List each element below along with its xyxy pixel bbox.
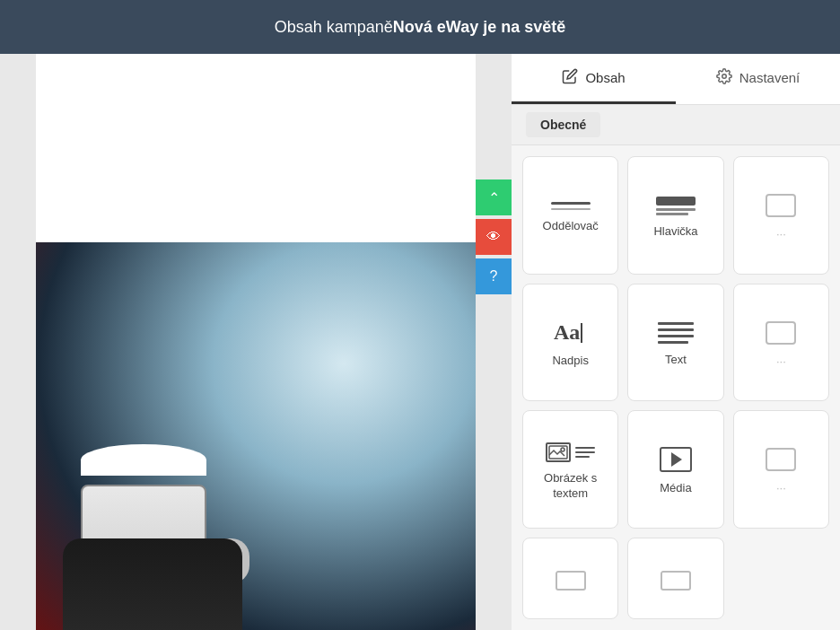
hlavicka-label: Hlavička [653,224,697,240]
chevron-up-icon: ⌃ [488,189,500,206]
scroll-up-button[interactable]: ⌃ [476,179,512,215]
photo-background: THEventureEGINS [36,242,476,630]
preview-toolbar: ⌃ 👁 ? [476,179,512,294]
bottom-icon-2 [660,570,692,591]
mug-snow [81,444,206,476]
content-grid: Oddělovač Hlavička [512,145,840,630]
svg-point-4 [561,448,564,451]
header-title-bold: Nová eWay je na světě [393,18,565,37]
right-panel: Obsah Nastavení Obecné [512,54,840,630]
nadpis-label: Nadpis [552,354,588,369]
grid-item-hlavicka[interactable]: Hlavička [627,156,723,275]
svg-rect-2 [766,322,795,344]
text-lines-icon [658,322,694,344]
col3-row2-label: ··· [776,354,786,370]
tab-nastaveni-label: Nastavení [739,70,801,85]
placeholder-icon-1 [765,193,797,218]
image-text-icon [546,442,595,462]
grid-item-col3-row3[interactable]: ··· [733,410,829,529]
eye-icon: 👁 [486,229,501,245]
email-preview-panel: THEventureEGINS ⌃ 👁 ? [0,54,512,630]
obrazek-s-textem-label: Obrázek s textem [534,471,607,502]
grid-item-media[interactable]: Média [627,410,723,529]
separator-icon [551,202,591,210]
placeholder-icon-3 [765,447,797,472]
text-label: Text [665,353,687,368]
header-icon [656,197,696,215]
sub-tabs-bar: Obecné [512,105,840,145]
sub-tab-obecne-label: Obecné [540,118,586,132]
grid-item-bottom-1[interactable] [522,538,618,620]
col3-row1-label: ··· [776,227,786,242]
grid-item-obrazek-s-textem[interactable]: Obrázek s textem [522,410,618,529]
email-image-area: THEventureEGINS [36,242,476,630]
eye-button[interactable]: 👁 [476,219,512,255]
sub-tab-obecne[interactable]: Obecné [526,112,600,137]
grid-item-nadpis[interactable]: Aa Nadpis [522,284,618,402]
svg-rect-6 [556,572,585,590]
header-prefix: Obsah kampaně [275,18,393,37]
hand-visual [63,538,242,630]
bottom-icon-1 [555,570,587,591]
grid-item-col3-row1[interactable]: ··· [733,156,829,275]
gear-icon [716,68,732,87]
grid-item-text[interactable]: Text [627,284,723,402]
tab-obsah[interactable]: Obsah [512,54,676,104]
email-preview: THEventureEGINS [36,54,476,630]
col3-row3-label: ··· [776,481,786,496]
tab-obsah-label: Obsah [585,70,625,85]
oddelovac-label: Oddělovač [543,219,599,234]
question-icon: ? [490,268,498,284]
main-layout: THEventureEGINS ⌃ 👁 ? [0,54,840,630]
page-header: Obsah kampaně Nová eWay je na světě [0,0,840,54]
grid-item-bottom-2[interactable] [627,538,723,620]
media-icon [660,447,692,472]
grid-item-oddelovac[interactable]: Oddělovač [522,156,618,275]
svg-point-0 [722,74,726,79]
svg-rect-7 [661,572,690,590]
grid-item-col3-row2[interactable]: ··· [733,284,829,402]
email-top-area [36,54,476,242]
heading-aa-icon: Aa [554,320,587,345]
edit-icon [562,68,578,87]
svg-rect-5 [766,449,795,470]
tab-nastaveni[interactable]: Nastavení [676,54,840,104]
help-button[interactable]: ? [476,258,512,294]
main-tabs: Obsah Nastavení [512,54,840,105]
svg-rect-1 [766,195,795,216]
media-label: Média [660,481,691,496]
placeholder-icon-2 [765,320,797,346]
